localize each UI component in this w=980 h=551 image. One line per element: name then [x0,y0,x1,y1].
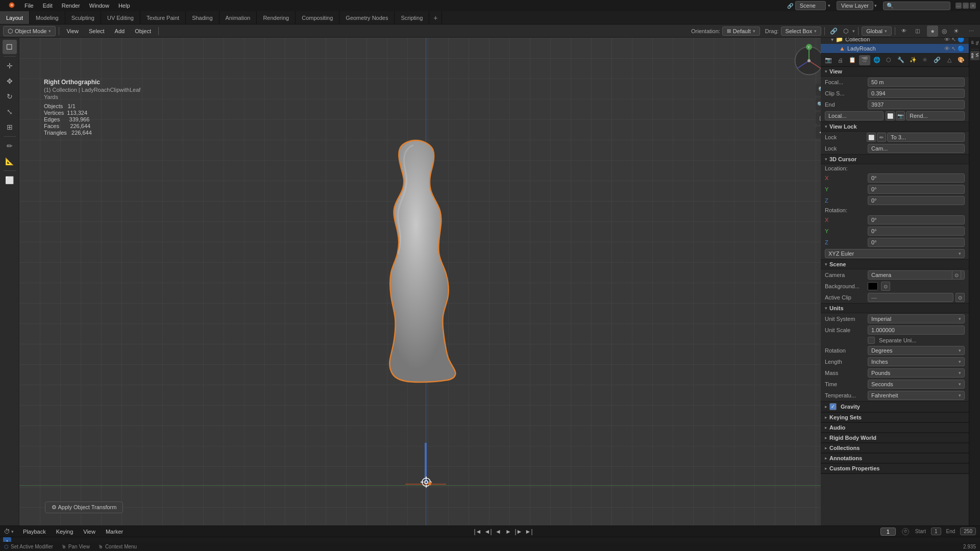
menu-file[interactable]: File [20,2,38,10]
time-unit-dropdown[interactable]: Seconds ▾ [868,380,965,389]
current-frame-input[interactable]: 1 [880,528,896,536]
orientation-dropdown[interactable]: ⊞ Default ▾ [722,27,760,36]
minimize-btn[interactable]: — [955,3,962,9]
apply-object-transform-button[interactable]: ⚙ Apply Object Transform [45,502,123,513]
eye-icon-2[interactable]: 👁 [944,45,950,52]
viewport-view-menu[interactable]: View [62,27,83,35]
props-modifier-icon[interactable]: 🔧 [895,55,906,65]
add-workspace-tab[interactable]: + [429,11,442,24]
render-shading[interactable]: ☀ [950,26,962,37]
tab-compositing[interactable]: Compositing [296,11,339,24]
lock-icon-2[interactable]: ✏ [877,133,886,142]
tab-geometry-nodes[interactable]: Geometry Nodes [339,11,395,24]
tool-select-box[interactable]: ☐ [3,40,17,54]
cursor-ry-input[interactable]: 0° [868,227,965,236]
rigid-body-header[interactable]: ▸ Rigid Body World [821,433,969,443]
audio-header[interactable]: ▸ Audio [821,423,969,433]
cursor-rx-input[interactable]: 0° [868,215,965,224]
render-icon-2[interactable]: 🔵 [958,45,965,52]
tab-sculpting[interactable]: Sculpting [65,11,101,24]
tab-animation[interactable]: Animation [219,11,257,24]
cursor-y-input[interactable]: 0° [868,185,965,194]
mode-selector[interactable]: ⬡ Object Mode ▾ [3,26,56,36]
units-section-header[interactable]: ▾ Units [821,304,969,313]
tool-transform[interactable]: ⊞ [3,120,17,134]
tool-cursor[interactable]: ✛ [3,59,17,73]
props-particles-icon[interactable]: ✨ [908,55,919,65]
props-scene-icon[interactable]: 🎬 [859,55,870,65]
jump-next-key-btn[interactable]: |► [514,527,523,536]
timeline-playback-menu[interactable]: Playback [20,528,49,535]
editor-type[interactable]: ⋯ [966,26,977,37]
background-color[interactable] [868,282,878,290]
mass-unit-dropdown[interactable]: Pounds ▾ [868,368,965,378]
clip-s-input[interactable]: 0.394 [868,89,965,98]
focal-input[interactable]: 50 m [868,78,965,87]
rend-input[interactable]: Rend... [906,111,965,120]
tab-item-view[interactable]: View [970,51,979,60]
active-clip-icon[interactable]: ⊙ [955,293,965,302]
scene-section-header[interactable]: ▾ Scene [821,260,969,269]
jump-start-btn[interactable]: |◄ [473,527,482,536]
menu-window[interactable]: Window [85,2,113,10]
timeline-editor-icon[interactable]: ⏱ [4,528,10,535]
tool-rotate[interactable]: ↻ [3,89,17,104]
local-icon-1[interactable]: ⬜ [886,111,895,120]
viewport-select-menu[interactable]: Select [85,27,109,35]
cursor-rz-input[interactable]: 0° [868,238,965,247]
view-section-header[interactable]: ▾ View [821,67,969,77]
annotations-header[interactable]: ▸ Annotations [821,454,969,463]
props-render-icon[interactable]: 📷 [823,55,834,65]
material-shading[interactable]: ◎ [939,26,950,37]
outliner-object[interactable]: ▲ LadyRoach 👁 ↖ 🔵 [821,44,969,53]
props-view-layer-icon[interactable]: 📋 [847,55,858,65]
props-constraints-icon[interactable]: 🔗 [932,55,943,65]
snap-toggle[interactable]: 🔗 [828,26,839,37]
search-input[interactable] [896,3,947,9]
tab-uv-editing[interactable]: UV Editing [101,11,140,24]
menu-edit[interactable]: Edit [39,2,57,10]
unit-system-dropdown[interactable]: Imperial ▾ [868,314,965,323]
active-clip-input[interactable]: — [868,293,953,302]
global-search[interactable]: 🔍 [883,2,950,10]
tool-measure[interactable]: 📐 [3,154,17,168]
tab-layout[interactable]: Layout [0,11,30,24]
timeline-keying-menu[interactable]: Keying [53,528,77,535]
gravity-header[interactable]: ▸ Gravity [821,402,969,412]
menu-render[interactable]: Render [58,2,84,10]
close-btn[interactable]: ✕ [970,3,976,9]
camera-input[interactable]: Camera ⊙ [868,270,965,280]
snap-type[interactable]: ⬡ [840,26,851,37]
props-object-icon[interactable]: ⬡ [883,55,894,65]
end-input[interactable]: 3937 [868,100,965,109]
scene-dropdown[interactable]: Scene [795,1,826,10]
props-scroll-area[interactable]: ▾ View Focal... 50 m Clip S... 0.394 E [821,67,969,525]
viewport-3d[interactable]: Right Orthographic (1) Collection | Lady… [19,38,832,536]
global-dropdown[interactable]: Global ▾ [862,27,892,36]
tool-scale[interactable]: ⤡ [3,105,17,119]
tab-shading[interactable]: Shading [186,11,219,24]
overlay-toggle[interactable]: 👁 [898,26,910,37]
props-world-icon[interactable]: 🌐 [871,55,883,65]
tab-rendering[interactable]: Rendering [257,11,296,24]
view-layer-dropdown[interactable]: View Layer [837,1,873,10]
unit-scale-input[interactable]: 1.000000 [868,325,965,335]
length-unit-dropdown[interactable]: Inches ▾ [868,357,965,366]
end-frame-input[interactable]: 250 [960,528,976,535]
view-lock-header[interactable]: ▾ View Lock [821,122,969,132]
jump-prev-key-btn[interactable]: ◄| [483,527,493,536]
viewport-object-menu[interactable]: Object [131,27,155,35]
menu-help[interactable]: Help [114,2,134,10]
rotation-mode-dropdown[interactable]: XYZ Euler ▾ [825,249,965,258]
maximize-btn[interactable]: □ [963,3,969,9]
tab-modeling[interactable]: Modeling [30,11,65,24]
tool-annotate[interactable]: ✏ [3,139,17,153]
props-data-icon[interactable]: △ [944,55,955,65]
start-frame-input[interactable]: 1 [931,528,941,535]
menu-blender[interactable] [4,1,19,11]
timeline-view-menu[interactable]: View [80,528,99,535]
tool-add-cube[interactable]: ⬜ [3,173,17,187]
play-btn[interactable]: ► [504,527,513,536]
cam-input[interactable]: Cam... [868,144,965,153]
viewport-add-menu[interactable]: Add [111,27,129,35]
